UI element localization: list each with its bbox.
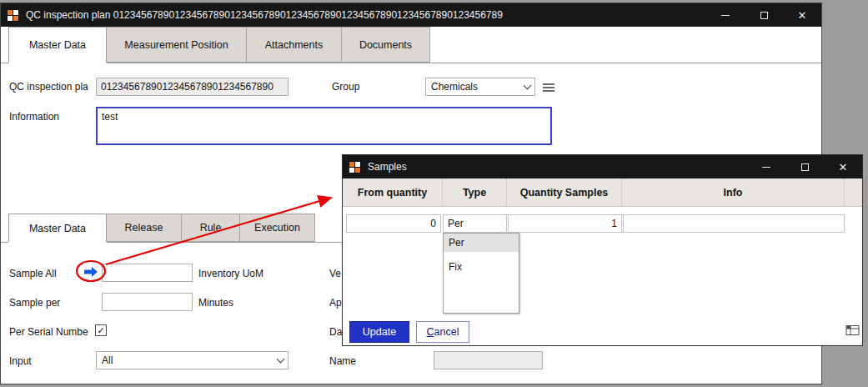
input-combobox-value: All bbox=[102, 354, 278, 366]
link-arrow-icon[interactable] bbox=[83, 266, 98, 278]
sample-per-input[interactable] bbox=[102, 293, 193, 311]
window-controls: ✕ bbox=[706, 3, 821, 27]
tab-master-data[interactable]: Master Data bbox=[8, 27, 107, 63]
input-label: Input bbox=[9, 355, 32, 367]
samples-dialog: Samples ✕ From quantity Type Quantity Sa… bbox=[342, 154, 863, 346]
dialog-minimize-button[interactable] bbox=[747, 155, 785, 178]
inner-tab-rule[interactable]: Rule bbox=[182, 214, 240, 242]
form-settings-grid-icon[interactable] bbox=[845, 324, 860, 336]
maximize-icon bbox=[760, 12, 768, 19]
type-combobox[interactable]: Per bbox=[443, 214, 507, 233]
dropdown-option-fix[interactable]: Fix bbox=[444, 258, 519, 276]
name-input bbox=[434, 351, 543, 369]
desktop-background: QC inspection plan 012345678901234567890… bbox=[0, 0, 868, 387]
dropdown-option-per[interactable]: Per bbox=[444, 234, 519, 252]
dialog-maximize-button[interactable] bbox=[785, 155, 824, 178]
cancel-accel: C bbox=[427, 326, 434, 338]
input-combobox[interactable]: All bbox=[96, 351, 288, 369]
column-header-spacer bbox=[845, 178, 862, 207]
cancel-button[interactable]: Cancel bbox=[416, 321, 469, 343]
samples-dialog-titlebar[interactable]: Samples ✕ bbox=[343, 155, 862, 178]
group-combobox-value: Chemicals bbox=[431, 81, 524, 93]
group-label: Group bbox=[332, 81, 359, 93]
app-logo-icon bbox=[349, 161, 361, 173]
maximize-button[interactable] bbox=[745, 3, 783, 27]
dialog-close-button[interactable]: ✕ bbox=[824, 155, 862, 178]
tab-measurement-position[interactable]: Measurement Position bbox=[107, 27, 247, 63]
per-serial-label: Per Serial Numbe bbox=[9, 326, 88, 338]
cancel-rest: ancel bbox=[434, 326, 459, 338]
tab-attachments[interactable]: Attachments bbox=[247, 27, 342, 63]
samples-dialog-title: Samples bbox=[368, 161, 407, 173]
inner-tab-release[interactable]: Release bbox=[107, 214, 182, 242]
code-input bbox=[96, 78, 288, 96]
minutes-label: Minutes bbox=[198, 297, 233, 309]
minimize-icon bbox=[721, 15, 730, 16]
sample-per-label: Sample per bbox=[9, 297, 60, 309]
main-window-titlebar[interactable]: QC inspection plan 012345678901234567890… bbox=[1, 3, 821, 27]
inner-tab-master-data[interactable]: Master Data bbox=[8, 214, 107, 242]
information-textarea[interactable]: test bbox=[96, 107, 552, 145]
minimize-button[interactable] bbox=[706, 3, 745, 27]
type-dropdown-list: Per Fix bbox=[443, 233, 519, 314]
code-label: QC inspection pla bbox=[9, 81, 88, 93]
column-header-from-quantity: From quantity bbox=[343, 178, 443, 207]
column-header-quantity-samples: Quantity Samples bbox=[507, 178, 622, 207]
check-icon: ✓ bbox=[97, 326, 104, 335]
chevron-down-icon bbox=[524, 81, 532, 89]
inner-tab-execution[interactable]: Execution bbox=[240, 214, 315, 242]
window-title: QC inspection plan 012345678901234567890… bbox=[26, 9, 503, 21]
label-ve: Ve bbox=[329, 268, 341, 279]
sample-all-input[interactable] bbox=[102, 264, 193, 282]
tab-documents[interactable]: Documents bbox=[342, 27, 430, 63]
information-label: Information bbox=[9, 111, 59, 123]
group-combobox[interactable]: Chemicals bbox=[425, 78, 535, 96]
label-da: Da bbox=[329, 326, 342, 338]
update-button[interactable]: Update bbox=[349, 321, 409, 343]
app-logo-icon bbox=[7, 9, 19, 22]
main-tabstrip: Master Data Measurement Position Attachm… bbox=[1, 27, 821, 63]
quantity-samples-input[interactable] bbox=[508, 214, 622, 233]
inventory-uom-label: Inventory UoM bbox=[198, 268, 263, 279]
value-list-icon[interactable] bbox=[542, 83, 555, 93]
chevron-down-icon bbox=[277, 354, 285, 363]
from-quantity-input[interactable] bbox=[346, 214, 441, 233]
close-button[interactable]: ✕ bbox=[783, 3, 821, 27]
per-serial-checkbox[interactable]: ✓ bbox=[95, 324, 107, 336]
info-input[interactable] bbox=[623, 214, 845, 233]
column-header-info: Info bbox=[622, 178, 845, 207]
minimize-icon bbox=[762, 167, 770, 168]
maximize-icon bbox=[801, 163, 809, 171]
sample-all-label: Sample All bbox=[9, 268, 57, 279]
name-label: Name bbox=[329, 355, 356, 367]
label-ap: Ap bbox=[329, 297, 342, 309]
dialog-window-controls: ✕ bbox=[747, 155, 862, 178]
column-header-type: Type bbox=[443, 178, 507, 207]
